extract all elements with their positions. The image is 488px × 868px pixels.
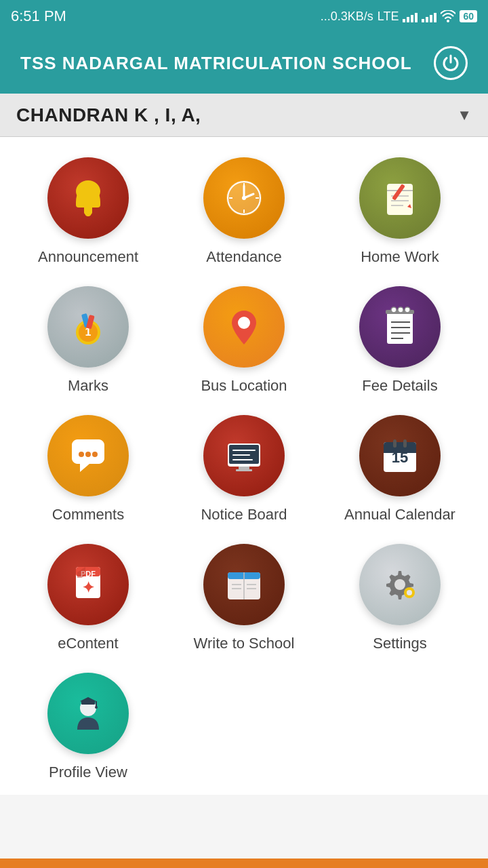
- svg-text:15: 15: [392, 449, 408, 466]
- svg-point-33: [391, 307, 396, 313]
- attendance-label: Attendance: [206, 248, 281, 266]
- svg-point-26: [238, 317, 250, 329]
- announcement-icon: [47, 157, 129, 239]
- noticeboard-label: Notice Board: [201, 506, 287, 524]
- app-header: TSS NADARGAL MATRICULATION SCHOOL: [0, 33, 488, 94]
- marks-label: Marks: [68, 377, 108, 395]
- noticeboard-icon: [203, 415, 285, 496]
- homework-icon: [359, 157, 441, 239]
- svg-point-63: [394, 579, 405, 590]
- svg-point-9: [242, 196, 246, 200]
- grid-item-write[interactable]: Write to School: [169, 544, 319, 652]
- grid-item-homework[interactable]: Home Work: [325, 157, 474, 266]
- write-icon: [203, 544, 285, 625]
- buslocation-icon: [203, 286, 285, 368]
- svg-text:✦: ✦: [82, 579, 94, 596]
- comments-icon: [47, 415, 129, 496]
- battery-icon: 60: [460, 10, 477, 22]
- grid-item-calendar[interactable]: 15 Annual Calendar: [325, 415, 474, 524]
- status-bar: 6:51 PM ...0.3KB/s LTE 60: [0, 0, 488, 33]
- svg-point-35: [405, 307, 410, 313]
- marks-icon: 1: [47, 286, 129, 368]
- signal-icon-2: [422, 10, 436, 22]
- write-label: Write to School: [194, 635, 295, 652]
- app-title: TSS NADARGAL MATRICULATION SCHOOL: [20, 53, 412, 74]
- econtent-label: eContent: [58, 635, 118, 652]
- comments-label: Comments: [52, 506, 124, 524]
- user-name: CHANDRAN K , I, A,: [16, 104, 201, 126]
- svg-rect-42: [236, 469, 252, 471]
- bottom-bar: [0, 859, 488, 868]
- power-button[interactable]: [434, 46, 468, 80]
- dropdown-arrow-icon: ▼: [457, 106, 472, 124]
- signal-icon: [403, 10, 418, 22]
- svg-point-4: [85, 211, 91, 216]
- network-speed: ...0.3KB/s: [321, 9, 373, 24]
- svg-rect-41: [239, 467, 249, 469]
- svg-point-37: [85, 452, 91, 457]
- grid-item-comments[interactable]: Comments: [14, 415, 163, 524]
- feedetails-label: Fee Details: [362, 377, 437, 395]
- svg-point-65: [407, 590, 412, 595]
- grid-item-noticeboard[interactable]: Notice Board: [169, 415, 319, 524]
- buslocation-label: Bus Location: [201, 377, 287, 395]
- profile-label: Profile View: [49, 764, 127, 781]
- svg-point-70: [95, 706, 98, 709]
- svg-rect-50: [393, 439, 396, 448]
- grid-item-attendance[interactable]: Attendance: [169, 157, 319, 266]
- status-time: 6:51 PM: [11, 7, 66, 25]
- grid-item-feedetails[interactable]: Fee Details: [325, 286, 474, 395]
- calendar-label: Annual Calendar: [344, 506, 455, 524]
- svg-rect-51: [403, 439, 407, 448]
- user-dropdown[interactable]: CHANDRAN K , I, A, ▼: [0, 94, 488, 137]
- grid-item-announcement[interactable]: Announcement: [14, 157, 163, 266]
- announcement-label: Announcement: [38, 248, 138, 266]
- calendar-icon: 15: [359, 415, 441, 496]
- wifi-icon: [441, 10, 455, 22]
- main-grid: Announcement Attendance: [0, 137, 488, 795]
- homework-label: Home Work: [361, 248, 439, 266]
- grid-item-econtent[interactable]: PDF ✦ eContent: [14, 544, 163, 652]
- feedetails-icon: [359, 286, 441, 368]
- svg-point-34: [398, 307, 403, 313]
- attendance-icon: [203, 157, 285, 239]
- settings-label: Settings: [373, 635, 427, 652]
- svg-point-36: [79, 452, 84, 457]
- grid-item-marks[interactable]: 1 Marks: [14, 286, 163, 395]
- econtent-icon: PDF ✦: [47, 544, 129, 625]
- lte-icon: LTE: [378, 9, 399, 24]
- profile-icon: [47, 673, 129, 754]
- svg-point-38: [92, 452, 98, 457]
- settings-icon: [359, 544, 441, 625]
- grid-item-profile[interactable]: Profile View: [14, 673, 163, 781]
- grid-item-buslocation[interactable]: Bus Location: [169, 286, 319, 395]
- status-right: ...0.3KB/s LTE 60: [321, 9, 477, 24]
- grid-item-settings[interactable]: Settings: [325, 544, 474, 652]
